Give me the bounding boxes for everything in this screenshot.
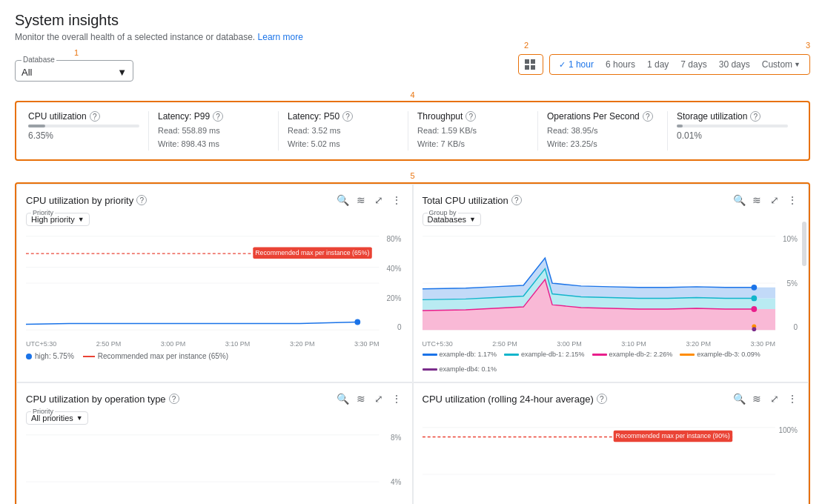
svg-point-9 [354, 319, 360, 325]
badge-5: 5 [410, 171, 414, 180]
metric-storage-value: 0.01% [677, 130, 788, 141]
chart-svg-3 [26, 434, 380, 504]
expand-icon-1[interactable]: ⤢ [372, 193, 385, 207]
badge-1: 1 [74, 48, 79, 57]
metric-latency-p50: Latency: P50 ? Read: 3.52 msWrite: 5.02 … [279, 111, 408, 150]
time-1h[interactable]: ✓ 1 hour [556, 58, 597, 71]
help-icon-storage[interactable]: ? [750, 111, 761, 122]
metric-cpu-bar-fill [28, 125, 45, 127]
chevron-down-icon: ▼ [76, 414, 83, 422]
compare-icon-4[interactable]: ≋ [750, 392, 763, 405]
help-icon-chart2[interactable]: ? [511, 195, 522, 205]
chart-svg-2 [423, 235, 776, 331]
metric-storage: Storage utilization ? 0.01% [668, 111, 797, 150]
svg-point-19 [751, 296, 757, 302]
help-icon-chart3[interactable]: ? [169, 394, 179, 404]
metric-cpu-bar [28, 125, 139, 127]
expand-icon-2[interactable]: ⤢ [768, 193, 781, 207]
svg-marker-17 [423, 258, 776, 299]
chart-total-cpu: Total CPU utilization ? 🔍 ≋ ⤢ ⋮ Group by… [413, 184, 809, 382]
view-toggle-button[interactable] [518, 54, 543, 75]
charts-section: CPU utilization by priority ? 🔍 ≋ ⤢ ⋮ Pr… [15, 182, 810, 504]
metric-cpu: CPU utilization ? 6.35% [28, 111, 149, 150]
time-7d[interactable]: 7 days [677, 58, 709, 71]
right-controls: 2 3 ✓ 1 hour [518, 54, 810, 75]
legend-recommended: Recommended max per instance (65%) [83, 352, 228, 360]
help-icon-p50[interactable]: ? [342, 111, 353, 122]
priority-selector-2[interactable]: Priority All priorities ▼ [26, 411, 88, 425]
learn-more-link[interactable]: Learn more [258, 32, 303, 42]
help-icon-chart4[interactable]: ? [597, 394, 607, 404]
metric-throughput: Throughput ? Read: 1.59 KB/sWrite: 7 KB/… [408, 111, 538, 150]
compare-icon-3[interactable]: ≋ [354, 392, 368, 405]
time-1d[interactable]: 1 day [644, 58, 672, 71]
chevron-down-icon: ▼ [794, 61, 801, 68]
zoom-icon-3[interactable]: 🔍 [337, 392, 350, 405]
zoom-icon-4[interactable]: 🔍 [732, 392, 746, 405]
legend-db4: example-db-3: 0.09% [680, 351, 761, 358]
compare-icon-1[interactable]: ≋ [354, 193, 368, 207]
metric-storage-bar-fill [677, 125, 683, 127]
svg-rect-1 [531, 59, 535, 64]
x-labels-1: UTC+5:30 2:50 PM 3:00 PM 3:10 PM 3:20 PM… [26, 340, 403, 348]
metric-throughput-title: Throughput ? [417, 111, 529, 122]
chart-total-cpu-title: Total CPU utilization ? [423, 195, 522, 206]
legend-db1: example-db: 1.17% [423, 351, 497, 358]
group-by-selector[interactable]: Group by Databases ▼ [423, 213, 482, 226]
zoom-icon-1[interactable]: 🔍 [337, 193, 350, 207]
time-custom[interactable]: Custom ▼ [759, 58, 804, 71]
metric-p99-title: Latency: P99 ? [158, 111, 269, 122]
help-icon-p99[interactable]: ? [213, 111, 223, 122]
chart-actions-4: 🔍 ≋ ⤢ ⋮ [732, 392, 799, 405]
chevron-down-icon: ▼ [78, 216, 85, 223]
more-icon-2[interactable]: ⋮ [786, 193, 799, 207]
chevron-down-icon: ▼ [469, 216, 476, 223]
svg-rect-3 [531, 65, 535, 70]
compare-icon-2[interactable]: ≋ [750, 193, 763, 207]
metric-ops-title: Operations Per Second ? [547, 111, 658, 122]
chart-cpu-priority-header: CPU utilization by priority ? 🔍 ≋ ⤢ ⋮ [26, 193, 403, 207]
metric-cpu-value: 6.35% [28, 130, 139, 141]
legend-high: high: 5.75% [26, 352, 74, 360]
db-selector-value: All ▼ [21, 67, 127, 78]
chart-actions-3: 🔍 ≋ ⤢ ⋮ [337, 392, 403, 405]
metric-storage-bar [677, 125, 788, 127]
time-6h[interactable]: 6 hours [603, 58, 638, 71]
chart-cpu-rolling-header: CPU utilization (rolling 24-hour average… [423, 392, 800, 405]
metric-ops-sub: Read: 38.95/sWrite: 23.25/s [547, 125, 658, 150]
time-selector: ✓ 1 hour 6 hours 1 day 7 days 30 days Cu… [549, 54, 810, 75]
expand-icon-4[interactable]: ⤢ [768, 392, 781, 405]
svg-rect-2 [525, 65, 529, 70]
more-icon-4[interactable]: ⋮ [786, 392, 799, 405]
priority-selector-1[interactable]: Priority High priority ▼ [26, 213, 90, 226]
page-subtitle: Monitor the overall health of a selected… [15, 32, 810, 42]
scrollbar[interactable] [802, 222, 806, 266]
badge-2: 2 [524, 41, 529, 50]
metric-p50-title: Latency: P50 ? [288, 111, 399, 122]
legend-db5: example-db4: 0.1% [423, 365, 497, 373]
chart-actions-2: 🔍 ≋ ⤢ ⋮ [732, 193, 799, 207]
db-selector-label: Database [21, 56, 56, 64]
zoom-icon-2[interactable]: 🔍 [732, 193, 746, 207]
help-icon-chart1[interactable]: ? [136, 195, 147, 205]
metric-p99-sub: Read: 558.89 msWrite: 898.43 ms [158, 125, 269, 150]
time-30d[interactable]: 30 days [716, 58, 753, 71]
badge-3: 3 [806, 41, 810, 50]
help-icon-throughput[interactable]: ? [465, 111, 476, 122]
x-labels-2: UTC+5:30 2:50 PM 3:00 PM 3:10 PM 3:20 PM… [423, 340, 800, 348]
help-icon-ops[interactable]: ? [643, 111, 653, 122]
chart-svg-1: Recommended max per instance (65%) [26, 235, 380, 331]
svg-point-22 [752, 328, 756, 332]
chart-area-1: 80% 40% 20% 0 [26, 235, 403, 339]
chart-cpu-rolling: CPU utilization (rolling 24-hour average… [413, 382, 809, 504]
database-selector[interactable]: Database All ▼ [15, 60, 133, 82]
chart-cpu-operation: CPU utilization by operation type ? 🔍 ≋ … [16, 382, 413, 504]
svg-text:Recommended max per instance (: Recommended max per instance (65%) [255, 249, 369, 256]
chart-area-2: 10% 5% 0 [423, 235, 800, 339]
more-icon-1[interactable]: ⋮ [390, 193, 403, 207]
help-icon-cpu[interactable]: ? [90, 111, 100, 122]
expand-icon-3[interactable]: ⤢ [372, 392, 385, 405]
chart-area-3: 8% 4% 0 [26, 434, 403, 504]
svg-text:Recommended max per instance (: Recommended max per instance (90%) [615, 433, 729, 440]
more-icon-3[interactable]: ⋮ [390, 392, 403, 405]
